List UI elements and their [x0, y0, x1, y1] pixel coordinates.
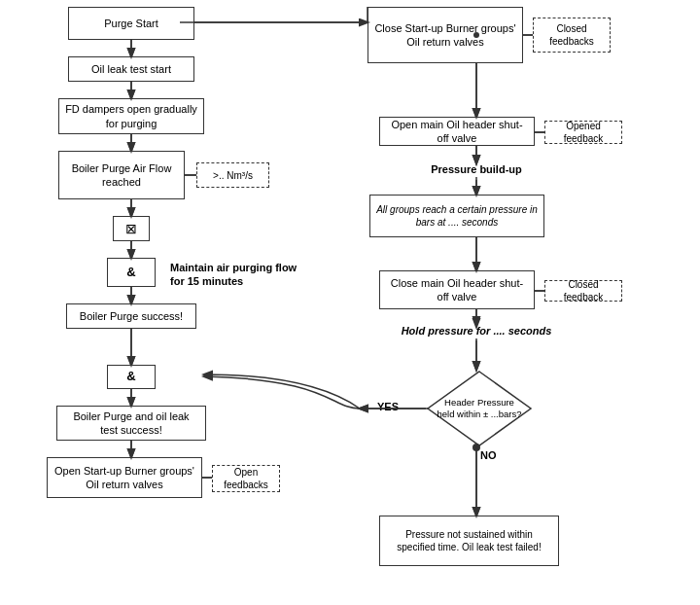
- and-label-1: &: [126, 265, 135, 281]
- pressure-not-sustained-label: Pressure not sustained within specified …: [386, 528, 552, 553]
- all-groups-box: All groups reach a certain pressure in b…: [369, 195, 544, 237]
- closed-feedback2-box: Closed feedback: [544, 280, 622, 302]
- boiler-purge-air-box: Boiler Purge Air Flow reached: [58, 151, 185, 199]
- purge-start-box: Purge Start: [68, 7, 194, 40]
- x-icon: ⊠: [125, 220, 137, 237]
- and-label-2: &: [126, 369, 135, 385]
- close-main-oil-label: Close main Oil header shut-off valve: [386, 276, 528, 304]
- fd-dampers-label: FD dampers open gradually for purging: [65, 102, 197, 130]
- close-startup-burner-label: Close Start-up Burner groups' Oil return…: [374, 21, 516, 50]
- pressure-not-sustained-box: Pressure not sustained within specified …: [379, 516, 559, 566]
- boiler-purge-oil-box: Boiler Purge and oil leak test success!: [56, 406, 206, 441]
- boiler-purge-oil-label: Boiler Purge and oil leak test success!: [63, 409, 199, 438]
- all-groups-label: All groups reach a certain pressure in b…: [376, 203, 538, 229]
- closed-feedbacks-label: Closed feedbacks: [540, 22, 604, 48]
- and-box-1: &: [107, 258, 156, 287]
- pressure-buildup-label: Pressure build-up: [418, 163, 535, 175]
- x-icon-box: ⊠: [113, 216, 150, 241]
- hold-pressure-label: Hold pressure for .... seconds: [399, 325, 554, 337]
- boiler-purge-air-label: Boiler Purge Air Flow reached: [65, 161, 178, 190]
- no-label: NO: [480, 449, 497, 461]
- fd-dampers-box: FD dampers open gradually for purging: [58, 98, 204, 134]
- close-main-oil-box: Close main Oil header shut-off valve: [379, 270, 535, 309]
- and-box-2: &: [107, 365, 156, 389]
- open-feedbacks-box: Open feedbacks: [212, 465, 280, 492]
- opened-feedback-box: Opened feedback: [544, 121, 622, 144]
- oil-leak-test-label: Oil leak test start: [91, 62, 171, 76]
- oil-leak-test-box: Oil leak test start: [68, 56, 194, 82]
- open-feedbacks-label: Open feedbacks: [219, 466, 273, 491]
- airflow-value-label: >.. Nm³/s: [213, 169, 253, 182]
- close-startup-burner-box: Close Start-up Burner groups' Oil return…: [368, 7, 523, 63]
- airflow-value-box: >.. Nm³/s: [196, 162, 269, 188]
- diagram: Purge Start Oil leak test start FD dampe…: [0, 0, 700, 605]
- purge-start-label: Purge Start: [104, 17, 158, 30]
- open-startup-burner-label: Open Start-up Burner groups' Oil return …: [53, 464, 195, 492]
- decision-diamond: Header Pressure held within ± ...bars?: [426, 370, 533, 447]
- boiler-purge-success-box: Boiler Purge success!: [66, 303, 196, 329]
- closed-feedback2-label: Closed feedback: [551, 278, 615, 303]
- diamond-text: Header Pressure held within ± ...bars?: [436, 397, 523, 421]
- open-main-oil-label: Open main Oil header shut-off valve: [386, 118, 528, 146]
- boiler-purge-success-label: Boiler Purge success!: [80, 309, 183, 323]
- open-startup-burner-box: Open Start-up Burner groups' Oil return …: [47, 457, 202, 498]
- open-main-oil-box: Open main Oil header shut-off valve: [379, 117, 535, 146]
- closed-feedbacks-box: Closed feedbacks: [533, 18, 611, 53]
- opened-feedback-label: Opened feedback: [551, 120, 615, 145]
- maintain-note: Maintain air purging flow for 15 minutes: [170, 261, 306, 289]
- yes-label: YES: [377, 401, 399, 412]
